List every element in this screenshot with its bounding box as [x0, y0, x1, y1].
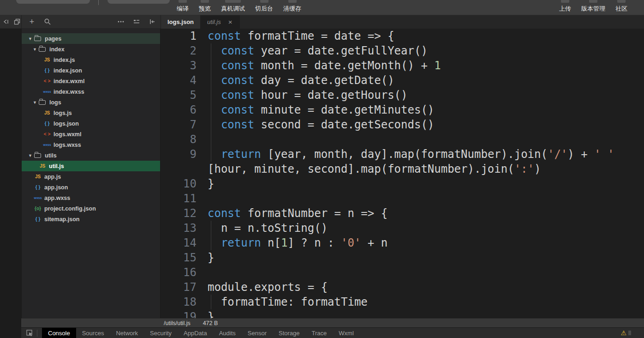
debug-tab-Audits[interactable]: Audits: [213, 328, 242, 338]
file-explorer: ▼pages▼indexJSindex.js{ }index.json< >in…: [21, 29, 161, 327]
tree-file-logs.json[interactable]: { }logs.json: [22, 118, 160, 129]
tree-file-project.config.json[interactable]: {o}project.config.json: [22, 203, 160, 214]
toolbar-button-icon: [260, 0, 268, 3]
code-text: const minute = date.getMinutes(): [208, 103, 434, 117]
tree-item-label: index.json: [54, 67, 82, 74]
toolbar-button-label: 版本管理: [581, 5, 605, 13]
tree-file-index.wxss[interactable]: wxssindex.wxss: [22, 86, 160, 97]
tree-folder-pages[interactable]: ▼pages: [22, 33, 160, 44]
tree-file-logs.js[interactable]: JSlogs.js: [22, 108, 160, 118]
explorer-header: +: [21, 15, 161, 29]
debug-tabs: ConsoleSourcesNetworkSecurityAppDataAudi…: [42, 328, 360, 338]
tree-file-sitemap.json[interactable]: { }sitemap.json: [22, 214, 160, 224]
wxss-file-icon: wxss: [34, 196, 42, 199]
code-text: const formatNumber = n => {: [208, 206, 388, 221]
debug-tab-Security[interactable]: Security: [144, 328, 178, 338]
editor-tab-label: logs.json: [167, 18, 194, 25]
toolbar-button-right-0[interactable]: 上传: [559, 0, 571, 15]
code-text: [hour, minute, second].map(formatNumber)…: [208, 162, 541, 176]
top-toolbar: 编译预览真机调试切后台清缓存 上传版本管理社区: [0, 0, 644, 15]
code-line: 14 return n[1] ? n : '0' + n: [161, 235, 644, 250]
debug-tab-Console[interactable]: Console: [42, 328, 76, 338]
chevron-down-icon[interactable]: ▼: [32, 47, 38, 52]
tree-file-index.wxml[interactable]: < >index.wxml: [22, 76, 160, 86]
debug-tab-Sensor[interactable]: Sensor: [242, 328, 273, 338]
compile-mode-dropdown[interactable]: [107, 0, 170, 4]
code-text: module.exports = {: [208, 280, 328, 295]
line-number: 17: [161, 280, 197, 295]
code-text: const hour = date.getHours(): [208, 88, 408, 103]
tree-folder-utils[interactable]: ▼utils: [22, 150, 160, 161]
toolbar-button-left-0[interactable]: 编译: [177, 0, 189, 15]
code-line: 11: [161, 191, 644, 206]
toggle-simulator-icon[interactable]: [2, 18, 10, 25]
toolbar-button-left-1[interactable]: 预览: [199, 0, 211, 15]
editor-statusbar: /utils/util.js 472 B: [21, 318, 644, 327]
tree-item-label: app.wxss: [44, 195, 70, 201]
tree-file-logs.wxss[interactable]: wxsslogs.wxss: [22, 139, 160, 150]
json-file-icon: { }: [34, 185, 42, 190]
line-number: 15: [161, 250, 197, 265]
search-icon[interactable]: [44, 18, 51, 25]
separate-window-icon[interactable]: [13, 18, 21, 25]
debug-tab-Trace[interactable]: Trace: [306, 328, 333, 338]
code-editor[interactable]: 1const formatTime = date => {2 const yea…: [161, 29, 644, 318]
add-file-icon[interactable]: +: [28, 18, 36, 25]
toolbar-button-left-3[interactable]: 切后台: [255, 0, 273, 15]
editor-tab-util.js[interactable]: util.js×: [201, 15, 240, 29]
bottom-left-corner: [0, 318, 21, 338]
tree-item-label: project.config.json: [44, 205, 96, 212]
cutoff-badge: [628, 331, 631, 335]
line-number: 8: [161, 132, 197, 147]
tree-item-label: sitemap.json: [44, 216, 79, 223]
js-file-icon: JS: [43, 110, 51, 115]
warning-icon[interactable]: ⚠: [620, 329, 626, 337]
toolbar-button-right-1[interactable]: 版本管理: [581, 0, 605, 15]
chevron-down-icon[interactable]: ▼: [27, 36, 34, 41]
tree-file-logs.wxml[interactable]: < >logs.wxml: [22, 129, 160, 139]
toolbar-button-icon: [589, 0, 597, 3]
toolbar-button-left-2[interactable]: 真机调试: [221, 0, 245, 15]
chevron-down-icon[interactable]: ▼: [32, 100, 38, 105]
device-selector-dropdown[interactable]: [16, 0, 90, 4]
toolbar-button-icon: [179, 0, 187, 3]
close-tab-icon[interactable]: ×: [227, 18, 233, 26]
tree-file-util.js[interactable]: JSutil.js: [22, 161, 160, 171]
line-number: 18: [161, 295, 197, 309]
line-number: 2: [161, 43, 197, 58]
toolbar-button-left-4[interactable]: 清缓存: [283, 0, 301, 15]
toolbar-button-label: 切后台: [255, 5, 273, 13]
debug-tab-Sources[interactable]: Sources: [76, 328, 110, 338]
tree-file-index.js[interactable]: JSindex.js: [22, 54, 160, 65]
editor-tab-logs.json[interactable]: logs.json: [161, 15, 201, 29]
toolbar-button-right-2[interactable]: 社区: [615, 0, 627, 15]
tree-folder-index[interactable]: ▼index: [22, 44, 160, 54]
code-line: 15}: [161, 250, 644, 265]
tree-item-label: util.js: [49, 163, 64, 169]
tree-folder-logs[interactable]: ▼logs: [22, 97, 160, 108]
tree-file-index.json[interactable]: { }index.json: [22, 65, 160, 76]
editor-tab-label: util.js: [207, 18, 221, 25]
code-line: 18 formatTime: formatTime: [161, 295, 644, 309]
folder-icon: [39, 100, 46, 105]
chevron-down-icon[interactable]: ▼: [27, 153, 34, 158]
tree-file-app.js[interactable]: JSapp.js: [22, 171, 160, 182]
tree-file-app.wxss[interactable]: wxssapp.wxss: [22, 193, 160, 203]
collapse-panel-icon[interactable]: [149, 18, 156, 25]
more-options-icon[interactable]: [117, 18, 125, 25]
tree-file-app.json[interactable]: { }app.json: [22, 182, 160, 193]
inspect-element-icon[interactable]: [26, 329, 33, 337]
debug-tab-Storage[interactable]: Storage: [273, 328, 306, 338]
outline-list-icon[interactable]: [133, 18, 140, 25]
rail-header: [0, 15, 21, 29]
debug-tab-Wxml[interactable]: Wxml: [333, 328, 360, 338]
debug-tab-AppData[interactable]: AppData: [178, 328, 213, 338]
toolbar-button-label: 上传: [559, 5, 571, 13]
code-line: 3 const month = date.getMonth() + 1: [161, 58, 644, 73]
debug-tab-Network[interactable]: Network: [110, 328, 144, 338]
code-text: }: [208, 250, 214, 265]
tree-item-label: logs.wxml: [54, 131, 81, 138]
line-number: [161, 162, 197, 176]
debugger-tabbar: ConsoleSourcesNetworkSecurityAppDataAudi…: [21, 327, 644, 338]
code-line: 2 const year = date.getFullYear(): [161, 43, 644, 58]
